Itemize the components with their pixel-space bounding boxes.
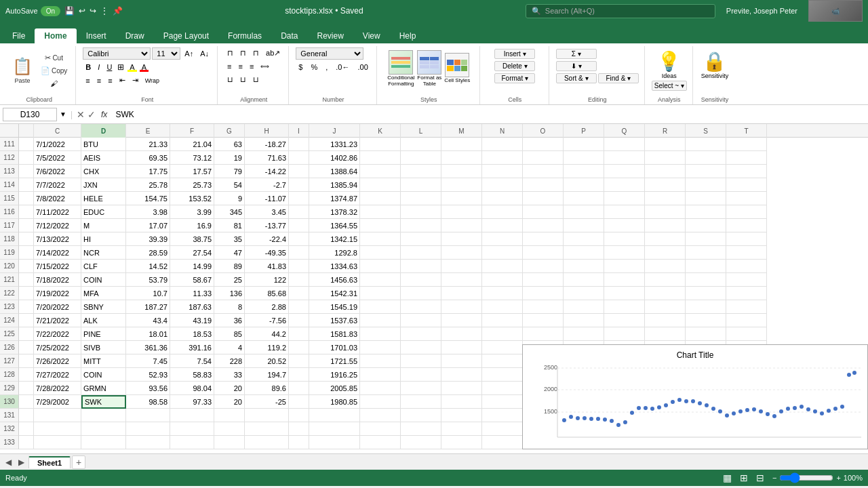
cell-m[interactable]	[441, 395, 482, 409]
cell-date[interactable]: 7/6/2022	[34, 165, 81, 178]
cell-k[interactable]	[360, 232, 401, 246]
cell-m[interactable]	[441, 314, 482, 327]
scroll-right-tab[interactable]: ▶	[16, 458, 27, 467]
cell-q[interactable]	[604, 138, 645, 151]
align-bottom-left-button[interactable]: ⊔	[224, 74, 236, 85]
ideas-button[interactable]: 💡 Ideas	[657, 50, 681, 79]
cell-b[interactable]	[19, 205, 34, 219]
cell-m[interactable]	[441, 327, 482, 341]
align-center-button[interactable]: ≡	[235, 61, 245, 72]
cell-b[interactable]	[19, 138, 34, 151]
cell-l[interactable]	[401, 151, 441, 165]
cell-t[interactable]	[726, 205, 767, 219]
cell-ticker[interactable]: HI	[81, 232, 126, 246]
tab-review[interactable]: Review	[307, 28, 353, 43]
cell-date[interactable]: 7/20/2022	[34, 300, 81, 314]
insert-button[interactable]: Insert ▾	[494, 49, 535, 59]
cell-m[interactable]	[441, 382, 482, 395]
align-left-button[interactable]: ≡	[224, 61, 234, 72]
col-header-t[interactable]: T	[726, 124, 767, 138]
cell-n[interactable]	[482, 300, 523, 314]
cell-ticker[interactable]: M	[81, 219, 126, 232]
col-header-q[interactable]: Q	[604, 124, 645, 138]
cell-price[interactable]: 28.59	[126, 246, 170, 260]
cell-l[interactable]	[401, 395, 441, 409]
cell-gain[interactable]: -49.35	[245, 246, 289, 260]
zoom-out-button[interactable]: −	[772, 474, 776, 482]
cell-price[interactable]: 21.33	[126, 138, 170, 151]
cell-p[interactable]	[564, 138, 604, 151]
col-header-o[interactable]: O	[523, 124, 564, 138]
scroll-left-tab[interactable]: ◀	[3, 458, 14, 467]
cell-b[interactable]	[19, 409, 34, 422]
font-family-select[interactable]: Calibri	[83, 47, 151, 60]
cell-price[interactable]: 17.75	[126, 165, 170, 178]
cell-prev-price[interactable]	[170, 422, 214, 436]
bold-button[interactable]: B	[83, 62, 94, 73]
cell-l[interactable]	[401, 354, 441, 368]
cut-button[interactable]: ✂ Cut	[38, 52, 70, 64]
cell-m[interactable]	[441, 409, 482, 422]
indent-decrease-button[interactable]: ⇤	[117, 75, 128, 86]
cell-shares[interactable]: 9	[214, 192, 245, 205]
cell-o[interactable]	[523, 138, 564, 151]
cell-l[interactable]	[401, 205, 441, 219]
cell-gain[interactable]	[245, 422, 289, 436]
search-input[interactable]	[545, 7, 681, 15]
cell-l[interactable]	[401, 219, 441, 232]
col-header-r[interactable]: R	[645, 124, 686, 138]
col-header-f[interactable]: F	[170, 124, 214, 138]
cell-shares[interactable]: 4	[214, 341, 245, 354]
cell-m[interactable]	[441, 273, 482, 287]
sensitivity-button[interactable]: 🔒 Sensitivity	[701, 50, 729, 79]
cell-s[interactable]	[686, 205, 726, 219]
cell-s[interactable]	[686, 178, 726, 192]
increase-font-button[interactable]: A↑	[182, 48, 196, 59]
currency-button[interactable]: $	[296, 62, 305, 73]
cell-n[interactable]	[482, 368, 523, 382]
cell-gain[interactable]: 44.2	[245, 327, 289, 341]
cell-l[interactable]	[401, 287, 441, 300]
cell-r[interactable]	[645, 178, 686, 192]
col-header-d[interactable]: D	[81, 124, 126, 138]
cell-prev-price[interactable]	[170, 409, 214, 422]
cell-price[interactable]: 39.39	[126, 232, 170, 246]
cell-k[interactable]	[360, 368, 401, 382]
cell-s[interactable]	[686, 219, 726, 232]
cell-gain[interactable]	[245, 409, 289, 422]
cell-i[interactable]	[289, 422, 309, 436]
cell-cumulative[interactable]: 1980.85	[309, 395, 360, 409]
formula-input[interactable]	[113, 108, 865, 121]
merge-align-button[interactable]: ≡	[83, 75, 92, 86]
cell-i[interactable]	[289, 354, 309, 368]
cell-i[interactable]	[289, 260, 309, 273]
cell-prev-price[interactable]: 97.33	[170, 395, 214, 409]
cell-q[interactable]	[604, 287, 645, 300]
cell-date[interactable]: 7/26/2022	[34, 354, 81, 368]
cell-shares[interactable]: 63	[214, 138, 245, 151]
cell-ticker[interactable]: EDUC	[81, 205, 126, 219]
cell-price[interactable]: 18.01	[126, 327, 170, 341]
col-header-b[interactable]	[19, 124, 34, 138]
cell-s[interactable]	[686, 327, 726, 341]
cell-k[interactable]	[360, 219, 401, 232]
cell-o[interactable]	[523, 314, 564, 327]
right-align-button[interactable]: ≡	[105, 75, 115, 86]
cell-o[interactable]	[523, 287, 564, 300]
col-header-e[interactable]: E	[126, 124, 170, 138]
cell-shares[interactable]: 20	[214, 382, 245, 395]
cell-n[interactable]	[482, 273, 523, 287]
cell-date[interactable]: 7/19/2022	[34, 287, 81, 300]
cell-b[interactable]	[19, 246, 34, 260]
cell-p[interactable]	[564, 151, 604, 165]
delete-button[interactable]: Delete ▾	[494, 61, 535, 71]
cell-shares[interactable]: 36	[214, 314, 245, 327]
cell-ticker[interactable]: AEIS	[81, 151, 126, 165]
cell-cumulative[interactable]: 1721.55	[309, 354, 360, 368]
cell-b[interactable]	[19, 341, 34, 354]
cell-date[interactable]: 7/14/2022	[34, 246, 81, 260]
cell-s[interactable]	[686, 273, 726, 287]
cell-price[interactable]: 7.45	[126, 354, 170, 368]
cell-l[interactable]	[401, 260, 441, 273]
cell-t[interactable]	[726, 165, 767, 178]
